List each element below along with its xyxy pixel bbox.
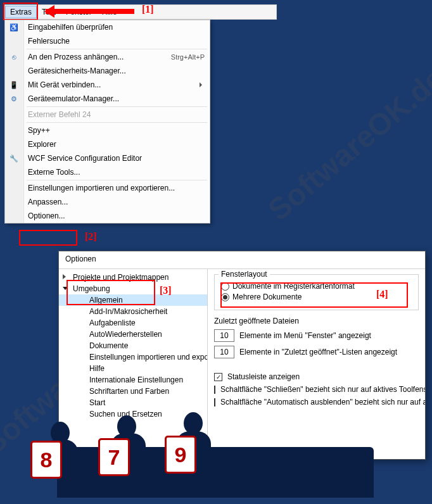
tree-autowiederherstellen[interactable]: AutoWiederherstellen — [59, 329, 207, 340]
menu-externe-tools[interactable]: Externe Tools... — [5, 165, 210, 179]
tree-projekte[interactable]: Projekte und Projektmappen — [59, 272, 207, 283]
chk-schliessen-label: Schaltfläche "Schließen" bezieht sich nu… — [220, 385, 425, 394]
tree-suchen[interactable]: Suchen und Ersetzen — [59, 408, 207, 420]
callout-3: [3] — [160, 285, 172, 296]
tree-umgebung[interactable]: Umgebung — [59, 283, 207, 294]
accessibility-icon: ♿ — [9, 22, 19, 32]
options-tree: Projekte und Projektmappen Umgebung Allg… — [59, 269, 208, 459]
menu-einstellungen-import[interactable]: Einstellungen importieren und exportiere… — [5, 181, 210, 195]
menu-separator — [27, 122, 207, 123]
tree-international[interactable]: Internationale Einstellungen — [59, 374, 207, 386]
tree-addin[interactable]: Add-In/Makrosicherheit — [59, 306, 207, 317]
menu-fehlersuche[interactable]: Fehlersuche — [5, 34, 210, 48]
device-icon: 📱 — [9, 80, 19, 90]
menu-externer-befehl: Externer Befehl 24 — [5, 108, 210, 122]
recent-list-count[interactable]: 10 — [214, 346, 234, 358]
watermark-text: SoftwareOK.de — [262, 61, 432, 227]
tree-schriftarten[interactable]: Schriftarten und Farben — [59, 386, 207, 397]
callout-2: [2] — [85, 231, 97, 243]
radio-icon — [221, 282, 229, 291]
recent-menu-count[interactable]: 10 — [214, 329, 234, 342]
callout-1: [1] — [142, 4, 154, 15]
submenu-arrow-icon — [200, 82, 205, 87]
chk-schliessen[interactable] — [214, 386, 215, 394]
menu-mit-geraet-verbinden[interactable]: 📱Mit Gerät verbinden... — [5, 78, 210, 92]
tree-aufgabenliste[interactable]: Aufgabenliste — [59, 317, 207, 329]
menu-anpassen[interactable]: Anpassen... — [5, 195, 210, 209]
chk-ausblenden-label: Schaltfläche "Automatisch ausblenden" be… — [220, 398, 425, 406]
recent-menu-label: Elemente im Menü "Fenster" angezeigt — [239, 331, 371, 340]
options-dialog: Optionen Projekte und Projektmappen Umge… — [58, 251, 426, 460]
menubar-item-extras[interactable]: Extras — [5, 6, 37, 18]
tree-hilfe[interactable]: Hilfe — [59, 363, 207, 374]
chk-statusleiste[interactable] — [214, 373, 222, 381]
menu-wcf[interactable]: 🔧WCF Service Configuration Editor — [5, 151, 210, 165]
recent-list-label: Elemente in "Zuletzt geöffnet"-Listen an… — [239, 348, 397, 356]
menu-explorer[interactable]: Explorer — [5, 137, 210, 151]
callout-arrow-1 — [46, 9, 134, 14]
extras-dropdown: ♿Eingabehilfen überprüfen Fehlersuche ⎋A… — [4, 20, 210, 224]
expand-icon — [63, 274, 68, 279]
tree-start[interactable]: Start — [59, 397, 207, 408]
menu-spy[interactable]: Spy++ — [5, 123, 210, 137]
chk-ausblenden[interactable] — [214, 398, 215, 406]
wcf-icon: 🔧 — [9, 153, 19, 163]
collapse-icon — [63, 287, 68, 293]
menu-geraeteemulator[interactable]: ⚙Geräteemulator-Manager... — [5, 92, 210, 106]
group-title: Fensterlayout — [219, 270, 270, 279]
menu-separator — [27, 180, 207, 180]
menu-prozess-anhaengen[interactable]: ⎋An den Prozess anhängen...Strg+Alt+P — [5, 50, 210, 64]
options-titlebar: Optionen — [59, 251, 425, 269]
tree-dokumente[interactable]: Dokumente — [59, 340, 207, 351]
menu-separator — [27, 106, 207, 107]
tree-einstellungen[interactable]: Einstellungen importieren und exportiere… — [59, 351, 207, 363]
menu-eingabehilfen[interactable]: ♿Eingabehilfen überprüfen — [5, 20, 210, 34]
menu-separator — [27, 49, 207, 49]
score-card-8: 8 — [30, 441, 62, 479]
tree-allgemein[interactable]: Allgemein — [59, 294, 207, 306]
chk-statusleiste-label: Statusleiste anzeigen — [227, 372, 300, 381]
menu-geraetesicherheits[interactable]: Gerätesicherheits-Manager... — [5, 64, 210, 78]
recent-title: Zuletzt geöffnete Dateien — [214, 317, 419, 325]
radio-checked-icon — [221, 293, 229, 301]
callout-4: [4] — [376, 289, 388, 300]
highlight-optionen — [19, 230, 77, 246]
options-panel: Fensterlayout Dokumente im Registerkarte… — [208, 269, 425, 459]
menu-optionen[interactable]: Optionen... — [5, 209, 210, 223]
emulator-icon: ⚙ — [9, 94, 19, 104]
attach-icon: ⎋ — [9, 52, 19, 62]
shortcut-text: Strg+Alt+P — [171, 53, 205, 61]
